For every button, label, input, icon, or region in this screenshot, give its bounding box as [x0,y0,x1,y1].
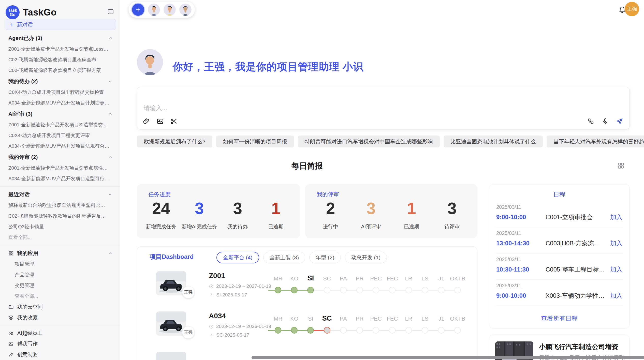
sidebar-list-item[interactable]: A034-全新新能源MUV产品开发项目造型可行性评审 [0,173,120,184]
schedule-item: 2025/03/1110:30-11:30C005-整车工程目标评审加入 [496,253,622,280]
sidebar-list-item[interactable]: 查看全部... [0,291,120,302]
suggestion-chip[interactable]: 比亚迪全固态电池计划具体说了什么 [444,136,543,147]
sidebar-list-item[interactable]: C0X4-动力总成开发项目工程变更评审 [0,130,120,141]
sidebar-item-我的云空间[interactable]: 我的云空间 [0,302,120,312]
sidebar-item-AI超级员工[interactable]: AI超级员工 [0,328,120,338]
sidebar-list-item[interactable]: A034-全新新能源MUV产品开发项目计划变更表编写 [0,98,120,108]
sidebar-list-item[interactable]: C02-飞腾新能源轻客改款项目的闭环通告反馈情况 [0,211,120,221]
stat-value: 2 [310,200,351,217]
suggestion-chip[interactable]: 当下年轻人对汽车外观有怎样的喜好趋势 [547,136,644,147]
milestone-dot [324,327,330,334]
phone-icon[interactable] [587,117,595,125]
mic-icon[interactable] [602,117,609,125]
composer-actions [587,117,623,125]
sidebar-section-header[interactable]: 我的应用 [0,248,120,259]
sidebar-section-header[interactable]: Agent已办 (3) [0,33,120,44]
apps-grid-icon [8,251,14,256]
view-all-schedule-link[interactable]: 查看所有日程 [489,314,630,323]
milestone-dot [438,327,445,334]
stat-caption: 进行中 [310,223,351,230]
sidebar-section-label: 我的评审 (2) [8,154,38,161]
sidebar-list-item[interactable]: C02-飞腾新能源轻客改款项目里程碑画布 [0,54,120,65]
suggestion-chip[interactable]: 欧洲新规最近颁布了什么? [137,136,212,147]
schedule-item: 2025/03/119:00-10:00C001-立项审批会加入 [496,201,622,227]
sidebar-section-label: Agent已办 (3) [8,35,42,42]
sidebar-item-帮我写作[interactable]: 帮我写作 [0,338,120,349]
suggestion-chip[interactable]: 如何写一份清晰的项目周报 [216,136,294,147]
image-icon[interactable] [156,117,164,125]
sidebar-item-创意制图[interactable]: 创意制图 [0,349,120,360]
milestone-dot [405,327,412,334]
sidebar-list-item[interactable]: 解释最新出台的欧盟报废车法规再生塑料比例被调至15%... [0,200,120,211]
schedule-join-link[interactable]: 加入 [610,213,622,221]
layout-grid-icon[interactable] [617,162,625,169]
new-chat-label: 新对话 [17,21,33,28]
schedule-join-link[interactable]: 加入 [610,265,622,274]
sidebar-section-header[interactable]: 我的评审 (2) [0,152,120,163]
send-icon[interactable] [616,117,623,125]
milestone-track: MRKOSISCPAPRPECFECLRLSJ1OKTB [268,311,472,342]
milestone-dot [291,287,298,293]
stat-caption: AI预评审 [351,223,391,230]
card-label: 我的评审 [317,191,339,198]
sidebar-list-item[interactable]: 公司Q3轻卡销量 [0,221,120,232]
sidebar-scroll[interactable]: Agent已办 (3)Z001-全新燃油皮卡产品开发项目SI节点Lesson L… [0,33,120,360]
schedule-event-title: X003-车辆动力学性能验... [546,292,606,300]
sidebar-list-item[interactable]: C0X4-动力总成开发项目SI里程碑提交物检查 [0,87,120,98]
assistant-avatar [137,49,163,75]
dashboard-tab[interactable]: 动总开发 (1) [345,252,387,263]
schedule-time: 9:00-10:00 [496,292,539,299]
dashboard-tab[interactable]: 年型 (2) [309,252,341,263]
sidebar-section-header[interactable]: AI评审 (3) [0,108,120,119]
stat-value: 3 [432,200,472,217]
sidebar-list-item[interactable]: Z001-全新燃油皮卡产品开发项目SI节点Lesson Learn报告 [0,44,120,54]
schedule-join-link[interactable]: 加入 [610,292,622,300]
my-review-stats: 2进行中3AI预评审1已逾期3待评审 [310,200,472,230]
dashboard-tab[interactable]: 全新上装 (3) [263,252,305,263]
greeting: 你好，王强，我是你的项目管理助理 小识 [137,49,363,75]
sidebar-item-label: AI超级员工 [17,330,42,337]
paperclip-icon[interactable] [143,117,150,125]
scissors-icon[interactable] [170,117,178,125]
sidebar-list-item[interactable]: 项目管理 [0,259,120,269]
stat: 1已逾期 [257,200,295,230]
sidebar-list-item[interactable]: A034-全新新能源MUV产品开发项目法规符合性评审 [0,141,120,152]
sidebar-list-item[interactable]: Z001-全新燃油轻卡产品开发项目SI造型提交物评审 [0,119,120,130]
milestone-dot [356,287,363,293]
sidebar-list-item[interactable]: C02-飞腾新能源轻客改款项目立项汇报方案 [0,65,120,76]
sidebar-list-item[interactable]: Z001-全新燃油轻卡产品开发项目SI节点属性5D文件评审 [0,163,120,173]
dashboard-tab[interactable]: 全新平台 (4) [216,252,259,263]
schedule-join-link[interactable]: 加入 [610,239,622,247]
sidebar-list-item[interactable]: 查看全部... [0,232,120,243]
project-row[interactable]: 王强A0342023-12-19 ~ 2026-01-19SC-2025-05-… [156,311,471,342]
task-progress-card: 任务进度 24新增完成任务3新增AI完成任务3我的待办1已逾期 [137,184,300,238]
schedule-date: 2025/03/11 [496,230,622,236]
sidebar-item-label: 我的云空间 [17,304,43,310]
project-row[interactable]: 王强Z0012023-12-19 ~ 2027-01-19SI-2025-05-… [156,271,471,302]
suggestion-chip[interactable]: 特朗普可能对进口汽车增税会对中国车企造成哪些影响 [298,136,440,147]
composer[interactable]: 请输入... [137,87,630,129]
milestone-dot [324,287,330,293]
milestone-dot [422,327,428,334]
sidebar-list-item[interactable]: 产品管理 [0,269,120,280]
card-label: 任务进度 [148,191,171,198]
milestone-dot [340,287,347,293]
stat-value: 3 [180,200,219,217]
sidebar-item-label: 我的收藏 [17,314,38,321]
sidebar-section-header[interactable]: 最近对话 [0,189,120,200]
sidebar-item-我的收藏[interactable]: 我的收藏 [0,312,120,323]
sidebar: Task Go TaskGo + 新对话 Agent已办 (3)Z001-全新燃… [0,0,120,360]
folder-icon [8,304,14,310]
schedule-item: 2025/03/1113:00-14:30C003|H0B-方案冻结评审加入 [496,227,622,253]
collapse-sidebar-icon[interactable] [107,8,114,15]
owner-badge: 王强 [182,286,195,298]
horizontal-scrollbar[interactable] [252,356,644,359]
milestone-track: MRKOSISCPAPRPECFECLRLSJ1OKTB [268,271,472,302]
sidebar-section-header[interactable]: 我的待办 (2) [0,76,120,87]
logo-line2: Go [10,12,15,17]
project-dashboard-card: 项目Dashboard 全新平台 (4)全新上装 (3)年型 (2)动总开发 (… [137,246,477,360]
schedule-item: 2025/03/119:00-10:00X003-车辆动力学性能验...加入 [496,280,622,306]
milestone-dot [307,327,314,334]
sidebar-list-item[interactable]: 变更管理 [0,280,120,291]
new-chat-button[interactable]: + 新对话 [6,19,116,30]
